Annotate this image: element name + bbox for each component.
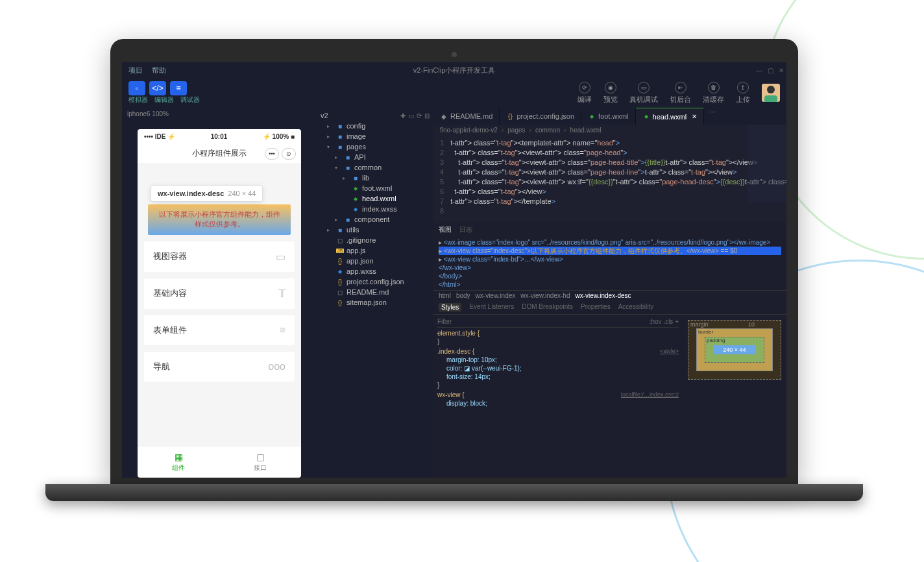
style-tab[interactable]: Accessibility (618, 303, 653, 312)
status-time: 10:01 (211, 133, 228, 140)
tree-item[interactable]: ◆index.wxss (317, 204, 433, 214)
tab-component[interactable]: ▦组件 (138, 446, 219, 478)
editor-tab[interactable]: ◆head.wxml✕ (636, 108, 705, 125)
tree-item[interactable]: ◆foot.wxml (317, 183, 433, 193)
dom-bc-item[interactable]: wx-view.index-desc (575, 292, 631, 299)
editor-panel: ◆README.md{}project.config.json◆foot.wxm… (433, 108, 786, 478)
dom-tree[interactable]: ▸ <wx-image class="index-logo" src="../r… (433, 237, 786, 290)
capsule-close-icon[interactable]: ⊙ (282, 148, 296, 160)
editor-tab[interactable]: ◆foot.wxml (581, 108, 635, 125)
dom-bc-item[interactable]: html (439, 292, 451, 299)
style-tab[interactable]: Event Listeners (469, 303, 514, 312)
file-icon: ◆ (588, 114, 596, 119)
tree-item[interactable]: ▸■API (317, 152, 433, 162)
file-icon: JS (336, 249, 344, 253)
style-tab[interactable]: DOM Breakpoints (522, 303, 573, 312)
list-item[interactable]: 表单组件≡ (144, 315, 295, 345)
card-label: 基础内容 (153, 287, 187, 299)
tree-item[interactable]: ◻.gitignore (317, 235, 433, 245)
list-item[interactable]: 视图容器▭ (144, 241, 295, 272)
background-icon: ⇤ (675, 82, 687, 93)
dom-breadcrumb[interactable]: htmlbodywx-view.indexwx-view.index-hdwx-… (433, 290, 786, 300)
styles-hov[interactable]: :hov .cls + (650, 317, 679, 326)
tree-item[interactable]: ▸■image (317, 131, 433, 141)
refresh-icon[interactable]: ⟳ (417, 112, 422, 119)
tree-item[interactable]: {}project.config.json (317, 276, 433, 287)
tab-api[interactable]: ▢接口 (219, 446, 301, 478)
card-label: 导航 (153, 361, 170, 373)
file-name: app.js (346, 247, 365, 254)
inspect-tooltip: wx-view.index-desc240 × 44 (151, 185, 263, 202)
style-tab[interactable]: Properties (581, 303, 611, 312)
tree-item[interactable]: {}sitemap.json (317, 297, 433, 308)
component-icon: ▦ (143, 452, 214, 462)
action-upload[interactable]: ↥上传 (736, 82, 750, 104)
breadcrumb-item[interactable]: fino-applet-demo-v2 (440, 127, 498, 134)
list-item[interactable]: 导航ooo (144, 352, 295, 382)
tree-item[interactable]: ◆head.wxml (317, 193, 433, 204)
laptop-frame: 项目 帮助 v2-FinClip小程序开发工具 — ▢ ✕ ▫ </> ≡ (110, 39, 798, 501)
tree-item[interactable]: ◻README.md (317, 287, 433, 297)
collapse-icon[interactable]: ⊟ (424, 112, 430, 119)
tree-item[interactable]: ◆app.wxss (317, 266, 433, 276)
breadcrumb-item[interactable]: head.wxml (570, 127, 602, 134)
devtab-view[interactable]: 视图 (439, 225, 452, 234)
tree-item[interactable]: ▸■config (317, 121, 433, 131)
pill-simulator[interactable]: ▫ (128, 81, 145, 95)
card-icon: ooo (268, 361, 286, 373)
minimap[interactable] (748, 125, 786, 202)
tree-item[interactable]: ▸■lib (317, 173, 433, 183)
action-preview[interactable]: ◉预览 (603, 82, 618, 104)
compile-icon: ⟳ (579, 82, 590, 93)
menu-project[interactable]: 项目 (128, 66, 143, 75)
style-tab[interactable]: Styles (439, 303, 461, 312)
dom-bc-item[interactable]: wx-view.index-hd (520, 292, 570, 299)
tree-item[interactable]: ▾■pages (317, 141, 433, 152)
action-clear-cache[interactable]: 🗑清缓存 (703, 82, 724, 104)
tree-item[interactable]: {}app.json (317, 256, 433, 266)
file-icon: ■ (336, 226, 344, 234)
file-name: app.json (346, 257, 374, 265)
titlebar: 项目 帮助 v2-FinClip小程序开发工具 — ▢ ✕ (122, 62, 786, 78)
styles-filter[interactable]: Filter (437, 317, 452, 326)
file-icon: ◆ (352, 206, 359, 212)
new-folder-icon[interactable]: ▭ (408, 112, 414, 119)
chevron-icon: ▸ (327, 134, 334, 140)
tab-more-icon[interactable]: ··· (704, 108, 720, 125)
file-name: API (354, 153, 366, 161)
tree-item[interactable]: ▸■utils (317, 225, 433, 235)
project-root[interactable]: v2 (321, 112, 328, 119)
tree-item[interactable]: ▸■component (317, 214, 433, 225)
laptop-base (45, 484, 863, 501)
action-remote[interactable]: ▭真机调试 (629, 82, 658, 104)
capsule-more-icon[interactable]: ••• (265, 148, 279, 160)
dom-bc-item[interactable]: body (456, 292, 470, 299)
breadcrumb-item[interactable]: common (535, 127, 560, 134)
file-icon: ■ (344, 154, 352, 161)
breadcrumb-item[interactable]: pages (507, 127, 525, 134)
new-file-icon[interactable]: ✚ (400, 112, 406, 119)
inspected-element[interactable]: 以下将展示小程序官方组件能力，组件样式仅供参考。 (148, 204, 291, 235)
pill-debugger[interactable]: ≡ (170, 81, 187, 95)
styles-panel[interactable]: Filter :hov .cls + element.style { } <st… (433, 315, 683, 478)
close-icon[interactable]: ✕ (779, 67, 784, 74)
maximize-icon[interactable]: ▢ (768, 67, 773, 74)
list-item[interactable]: 基础内容𝕋 (144, 278, 295, 309)
file-icon: ◆ (352, 196, 359, 202)
menu-help[interactable]: 帮助 (152, 66, 166, 75)
devtab-log[interactable]: 日志 (459, 225, 472, 234)
code-editor[interactable]: 12345678 t-attr"> class="t-tag"><templat… (433, 136, 786, 223)
user-avatar[interactable] (762, 84, 780, 102)
action-background[interactable]: ⇤切后台 (670, 82, 691, 104)
pill-editor[interactable]: </> (149, 81, 166, 95)
tree-item[interactable]: ▾■common (317, 162, 433, 173)
editor-tab[interactable]: ◆README.md (433, 108, 500, 125)
editor-tab[interactable]: {}project.config.json (500, 108, 581, 125)
close-icon[interactable]: ✕ (692, 113, 697, 120)
tab-label: head.wxml (653, 113, 687, 121)
tree-item[interactable]: JSapp.js (317, 245, 433, 256)
action-compile[interactable]: ⟳编译 (578, 82, 592, 104)
file-explorer: v2 ✚ ▭ ⟳ ⊟ ▸■config▸■image▾■pages▸■API▾■… (317, 108, 433, 478)
minimize-icon[interactable]: — (756, 67, 762, 74)
dom-bc-item[interactable]: wx-view.index (476, 292, 516, 299)
